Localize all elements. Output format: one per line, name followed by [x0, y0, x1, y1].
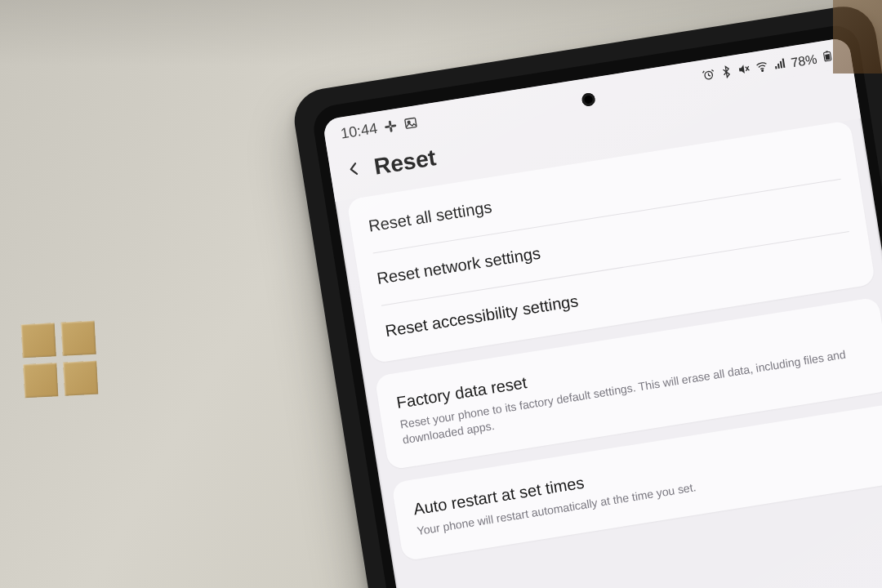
bluetooth-icon: [719, 64, 734, 82]
surface-logo: [21, 321, 99, 399]
wifi-icon: [755, 59, 770, 77]
alarm-icon: [701, 67, 716, 85]
status-time: 10:44: [340, 120, 379, 143]
svg-rect-1: [385, 125, 390, 128]
svg-rect-2: [391, 124, 397, 127]
battery-icon: [821, 48, 836, 66]
svg-rect-13: [825, 54, 830, 60]
image-icon: [403, 115, 418, 131]
phone-screen: 10:44 78%: [323, 37, 882, 588]
slack-icon: [383, 118, 399, 134]
battery-percent: 78%: [790, 51, 817, 70]
back-button[interactable]: [344, 158, 365, 183]
phone: 10:44 78%: [290, 2, 882, 588]
svg-rect-9: [777, 63, 780, 68]
page-title: Reset: [372, 145, 438, 180]
svg-rect-11: [782, 58, 786, 68]
svg-rect-0: [389, 120, 392, 126]
photo-scene: 10:44 78%: [0, 0, 882, 588]
svg-rect-8: [775, 66, 777, 69]
svg-rect-3: [390, 127, 393, 132]
mute-icon: [737, 61, 752, 79]
svg-rect-10: [780, 60, 782, 68]
svg-point-7: [762, 69, 764, 71]
signal-icon: [772, 56, 787, 74]
